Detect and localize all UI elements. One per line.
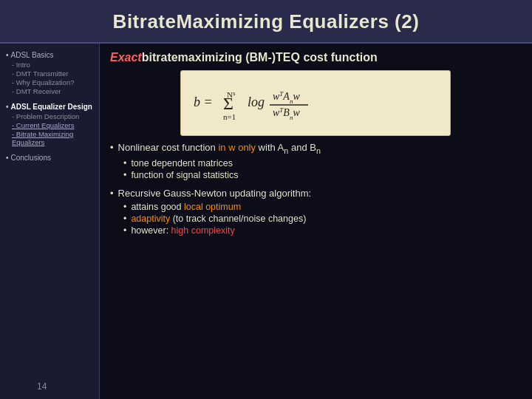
signal-text: function of signal statistics <box>131 170 238 180</box>
sidebar-sub-problem: - Problem Description <box>6 112 93 120</box>
complexity-text: however: high complexity <box>131 225 234 236</box>
highlight-high-complexity: high complexity <box>171 225 235 236</box>
formula-svg: b = Ns Σ n=1 log wTAnw wTBnw <box>190 75 441 131</box>
subtitle-exact: Exact <box>110 51 142 64</box>
main-bullet-nonlinear: Nonlinear cost function in w only with A… <box>110 142 520 155</box>
sidebar-label-adsl-eq: ADSL Equalizer Design <box>11 103 92 111</box>
adaptivity-text: adaptivity (to track channel/noise chang… <box>131 214 306 224</box>
svg-text:n=1: n=1 <box>223 112 236 121</box>
sidebar-section-1: ADSL Basics - Intro - DMT Transmitter - … <box>6 51 93 95</box>
formula-box: b = Ns Σ n=1 log wTAnw wTBnw <box>180 70 451 136</box>
slide-title: BitrateMaximizing Equalizers (2) <box>15 10 517 33</box>
sub-bullet-adaptivity: adaptivity (to track channel/noise chang… <box>110 214 520 224</box>
svg-text:b =: b = <box>194 95 213 109</box>
sidebar-sub-why-eq: - Why Equalization? <box>6 78 93 86</box>
highlight-local-optimum: local optimum <box>184 202 241 212</box>
sidebar-sub-dmt-transmitter: - DMT Transmitter <box>6 69 93 78</box>
main-bullet-recursive: Recursive Gauss-Newton updating algorith… <box>110 188 520 199</box>
bullet-section-2: Recursive Gauss-Newton updating algorith… <box>110 188 520 237</box>
bullet-section-1: Nonlinear cost function in w only with A… <box>110 142 520 182</box>
sidebar-label-conclusions: Conclusions <box>11 154 51 162</box>
highlight-adaptivity: adaptivity <box>131 214 170 224</box>
sub-bullet-signal: function of signal statistics <box>110 170 520 180</box>
main-content: Exactbitratemaximizing (BM-)TEQ cost fun… <box>100 44 532 399</box>
page-number: 14 <box>37 381 47 392</box>
highlight-in-w-only: in w only <box>218 142 256 153</box>
sidebar-sub-current-eq: - Current Equalizers <box>6 121 93 129</box>
sidebar-sub-dmt-receiver: - DMT Receiver <box>6 87 93 95</box>
title-bar: BitrateMaximizing Equalizers (2) <box>0 0 532 44</box>
subtitle-rest: bitratemaximizing (BM-)TEQ cost function <box>142 51 378 64</box>
formula-area: b = Ns Σ n=1 log wTAnw wTBnw <box>110 70 520 136</box>
nonlinear-text: Nonlinear cost function in w only with A… <box>118 142 321 155</box>
sidebar: ADSL Basics - Intro - DMT Transmitter - … <box>0 44 100 399</box>
sidebar-item-adsl-basics: ADSL Basics <box>6 51 93 59</box>
sidebar-item-adsl-eq: ADSL Equalizer Design <box>6 103 93 111</box>
sub-bullet-tone: tone dependent matrices <box>110 158 520 168</box>
svg-text:wTBnw: wTBnw <box>273 106 300 121</box>
sidebar-section-3: Conclusions <box>6 154 93 162</box>
sidebar-sub-bitrate-max: - Bitrate Maximizing Equalizers <box>6 130 93 146</box>
tone-text: tone dependent matrices <box>131 158 233 168</box>
sidebar-sub-intro: - Intro <box>6 61 93 69</box>
recursive-text: Recursive Gauss-Newton updating algorith… <box>118 188 312 199</box>
local-optimum-text: attains good local optimum <box>131 202 241 212</box>
slide: BitrateMaximizing Equalizers (2) ADSL Ba… <box>0 0 532 399</box>
sidebar-label-adsl-basics: ADSL Basics <box>11 51 54 59</box>
sidebar-section-2: ADSL Equalizer Design - Problem Descript… <box>6 103 93 146</box>
sidebar-item-conclusions: Conclusions <box>6 154 93 162</box>
svg-text:log: log <box>248 95 265 109</box>
sub-bullet-complexity: however: high complexity <box>110 225 520 236</box>
subtitle: Exactbitratemaximizing (BM-)TEQ cost fun… <box>110 51 520 64</box>
content-area: ADSL Basics - Intro - DMT Transmitter - … <box>0 44 532 399</box>
svg-text:wTAnw: wTAnw <box>273 90 300 105</box>
svg-text:Σ: Σ <box>223 94 233 113</box>
sub-bullet-local-optimum: attains good local optimum <box>110 202 520 212</box>
